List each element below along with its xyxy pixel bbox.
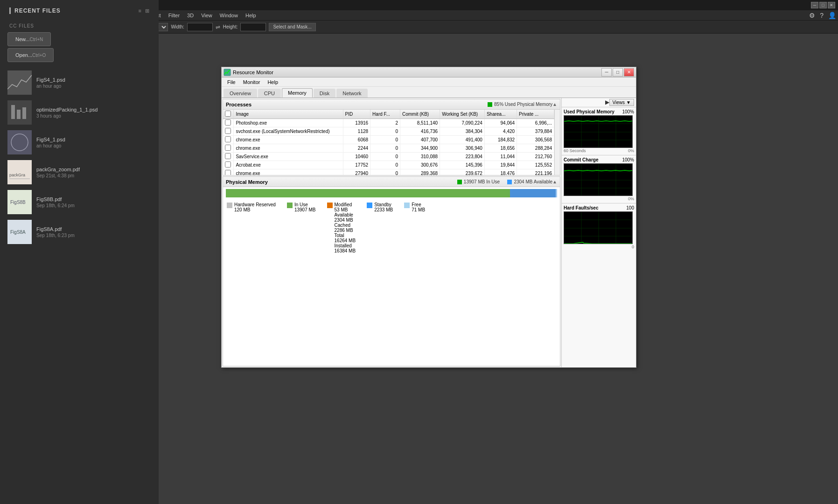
process-shared: 184,832 — [484, 136, 517, 144]
rm-titlebar: Resource Monitor ─ □ ✕ — [222, 67, 636, 77]
process-pid: 6068 — [343, 136, 370, 144]
select-mask-btn[interactable]: Select and Mask... — [269, 23, 315, 31]
processes-header[interactable]: Processes 85% Used Physical Memory ▲ — [223, 99, 560, 110]
chart-hard-faults: Hard Faults/sec 100 — [562, 203, 636, 251]
process-commit: 310,088 — [400, 153, 440, 161]
menu-3d[interactable]: 3D — [183, 12, 197, 19]
phys-memory-expand-btn[interactable]: ▲ — [552, 179, 557, 184]
rm-menu-file[interactable]: File — [223, 78, 239, 86]
close-btn[interactable]: ✕ — [828, 2, 835, 8]
rm-menu-monitor[interactable]: Monitor — [239, 78, 264, 86]
height-input[interactable] — [240, 23, 266, 31]
new-button[interactable]: New... Ctrl+N — [7, 32, 51, 46]
table-row[interactable]: chrome.exe 2244 0 344,900 306,940 18,656… — [223, 144, 554, 153]
user-icon[interactable]: 👤 — [828, 12, 836, 19]
table-row[interactable]: chrome.exe 6068 0 407,700 491,400 184,83… — [223, 136, 554, 144]
row-checkbox[interactable] — [223, 169, 234, 175]
processes-expand-btn[interactable]: ▲ — [552, 102, 557, 107]
tab-overview[interactable]: Overview — [223, 89, 257, 98]
views-dropdown-icon: ▼ — [626, 100, 631, 105]
tab-disk[interactable]: Disk — [314, 89, 335, 98]
settings-icon[interactable]: ⚙ — [809, 12, 815, 19]
menu-help[interactable]: Help — [242, 12, 260, 19]
svg-text:FigS8B: FigS8B — [10, 200, 26, 205]
views-button[interactable]: Views ▼ — [609, 99, 634, 106]
list-item[interactable]: FigS4_1.psd an hour ago — [0, 68, 159, 98]
process-private: 6,996,... — [517, 119, 554, 127]
process-private: 212,760 — [517, 153, 554, 161]
select-all-checkbox[interactable] — [225, 111, 231, 117]
recent-files-title: RECENT FILES — [9, 7, 61, 14]
col-commit[interactable]: Commit (KB) — [400, 110, 440, 119]
row-checkbox[interactable] — [223, 161, 234, 169]
col-pid[interactable]: PID — [343, 110, 370, 119]
table-row[interactable]: Photoshop.exe 13916 2 8,511,140 7,090,22… — [223, 119, 554, 127]
file-thumbnail — [7, 100, 32, 125]
row-checkbox[interactable] — [223, 153, 234, 161]
col-shared[interactable]: Sharea... — [484, 110, 517, 119]
table-row[interactable]: SavService.exe 10460 0 310,088 223,804 1… — [223, 153, 554, 161]
menu-view[interactable]: View — [197, 12, 216, 19]
tab-memory[interactable]: Memory — [282, 88, 313, 98]
physical-memory-title: Physical Memory — [226, 179, 457, 185]
recent-files-list: FigS4_1.psd an hour ago optimizedPacking… — [0, 64, 159, 484]
rm-close-btn[interactable]: ✕ — [624, 68, 634, 77]
row-checkbox[interactable] — [223, 144, 234, 153]
physical-memory-header[interactable]: Physical Memory 13907 MB In Use 2304 MB … — [223, 177, 560, 187]
width-input[interactable] — [187, 23, 213, 31]
help-icon[interactable]: ? — [820, 12, 824, 19]
open-button[interactable]: Open... Ctrl+O — [7, 48, 54, 62]
process-pid: 27940 — [343, 169, 370, 175]
legend-text-inuse: In Use 13907 MB — [294, 202, 316, 212]
process-working-set: 306,940 — [440, 144, 485, 153]
file-name: FigS8B.pdf — [36, 196, 151, 202]
list-item[interactable]: packGra packGra_zoom.pdf Sep 21st, 4:38 … — [0, 157, 159, 187]
legend-text-hardware: Hardware Reserved 120 MB — [234, 202, 276, 212]
process-shared: 19,844 — [484, 161, 517, 169]
menu-window[interactable]: Window — [216, 12, 242, 19]
svg-text:packGra: packGra — [9, 173, 25, 177]
memory-legend: Hardware Reserved 120 MB In Use 13907 MB — [223, 199, 560, 256]
rm-restore-btn[interactable]: □ — [613, 68, 623, 77]
col-image[interactable]: Image — [234, 110, 343, 119]
list-item[interactable]: FigS8A FigS8A.pdf Sep 18th, 6:23 pm — [0, 217, 159, 247]
table-row[interactable]: chrome.exe 27940 0 289,368 239,672 18,47… — [223, 169, 554, 175]
col-private[interactable]: Private ... — [517, 110, 554, 119]
processes-table: Image PID Hard F... Commit (KB) Working … — [223, 110, 554, 175]
process-hard-faults: 2 — [370, 119, 400, 127]
process-private: 221,196 — [517, 169, 554, 175]
process-hard-faults: 0 — [370, 169, 400, 175]
col-checkbox[interactable] — [223, 110, 234, 119]
memory-bar — [226, 189, 557, 197]
list-view-icon[interactable]: ≡ — [139, 8, 141, 14]
svg-rect-2 — [11, 105, 15, 119]
col-hard-faults[interactable]: Hard F... — [370, 110, 400, 119]
list-item[interactable]: optimizedPacking_1_1.psd 3 hours ago — [0, 98, 159, 127]
file-thumbnail: FigS8B — [7, 190, 32, 214]
restore-btn[interactable]: □ — [819, 2, 827, 8]
grid-view-icon[interactable]: ⊞ — [145, 8, 149, 14]
processes-scrollbar[interactable] — [554, 110, 560, 175]
row-checkbox[interactable] — [223, 136, 234, 144]
row-checkbox[interactable] — [223, 127, 234, 136]
processes-section: Processes 85% Used Physical Memory ▲ — [223, 99, 560, 175]
list-item[interactable]: FigS8B FigS8B.pdf Sep 18th, 6:24 pm — [0, 187, 159, 217]
process-commit: 289,368 — [400, 169, 440, 175]
table-row[interactable]: svchost.exe (LocalSystemNetworkRestricte… — [223, 127, 554, 136]
rm-tabs: Overview CPU Memory Disk Network — [222, 87, 636, 98]
list-item[interactable]: FigS4_1.psd an hour ago — [0, 127, 159, 157]
processes-table-scroll[interactable]: Image PID Hard F... Commit (KB) Working … — [223, 110, 554, 175]
rm-minimize-btn[interactable]: ─ — [601, 68, 612, 77]
minimize-btn[interactable]: ─ — [811, 2, 818, 8]
table-row[interactable]: Acrobat.exe 17752 0 300,676 145,396 19,8… — [223, 161, 554, 169]
menu-filter[interactable]: Filter — [165, 12, 183, 19]
expand-icon[interactable]: ▶ — [605, 99, 609, 106]
home-view-icons[interactable]: ≡ ⊞ — [139, 8, 149, 14]
chart-title-3: Hard Faults/sec — [564, 205, 598, 210]
row-checkbox[interactable] — [223, 119, 234, 127]
svg-rect-7 — [7, 160, 32, 184]
rm-menu-help[interactable]: Help — [264, 78, 282, 86]
tab-cpu[interactable]: CPU — [258, 89, 281, 98]
col-working-set[interactable]: Working Set (KB) — [440, 110, 485, 119]
tab-network[interactable]: Network — [336, 89, 367, 98]
